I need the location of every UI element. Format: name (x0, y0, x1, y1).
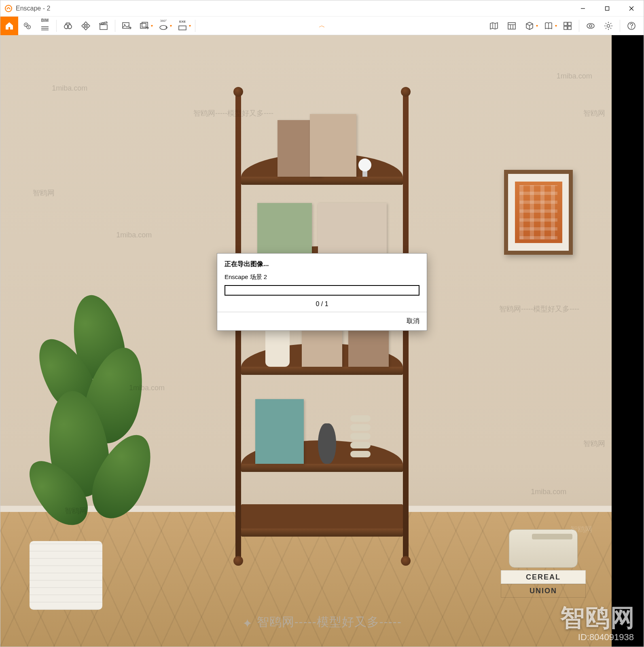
toolbar: BIM ▾ 360° ▾ (0, 17, 644, 35)
svg-rect-31 (568, 22, 571, 25)
render-viewport[interactable]: CEREAL UNION (0, 35, 644, 647)
watermark-center: ✦ 智鸥网-----模型好又多----- (242, 614, 401, 630)
svg-point-0 (5, 5, 12, 12)
watermark: 1miba.com (116, 231, 152, 239)
app-window: Enscape - 2 BIM (0, 0, 644, 647)
help-button[interactable] (623, 17, 640, 35)
watermark: 1miba.com (557, 72, 592, 80)
viewport-wrapper: CEREAL UNION (0, 35, 644, 647)
svg-rect-33 (568, 26, 571, 30)
visual-settings-button[interactable] (582, 17, 600, 35)
window-title: Enscape - 2 (16, 5, 50, 12)
view-cube-button[interactable] (77, 17, 95, 35)
bim-button[interactable]: BIM (36, 17, 54, 35)
scene-stack-book: UNION (501, 584, 586, 598)
app-icon (4, 4, 13, 13)
svg-rect-17 (123, 23, 129, 28)
svg-point-36 (607, 24, 610, 27)
watermark: 智鸥网-----模型好又多---- (499, 304, 579, 314)
scene-radio (509, 529, 578, 568)
svg-rect-2 (606, 6, 609, 10)
exe-label: EXE (179, 20, 186, 23)
scene-plant (13, 278, 151, 610)
toolbar-right: ▾ ▾ (485, 17, 644, 35)
toolbar-separator (195, 20, 195, 32)
asset-library-button[interactable] (503, 17, 521, 35)
watermark: 智鸥网 (33, 188, 55, 198)
watermark: 智鸥网 (583, 108, 605, 118)
toolbar-separator (579, 20, 579, 32)
batch-export-button[interactable] (136, 17, 153, 35)
bim-label: BIM (41, 18, 49, 23)
binoculars-button[interactable] (59, 17, 77, 35)
svg-point-8 (28, 26, 29, 27)
svg-point-21 (160, 25, 167, 30)
toolbar-separator (115, 20, 115, 32)
dialog-subtitle: Enscape 场景 2 (225, 273, 419, 281)
cube-button[interactable] (521, 17, 538, 35)
toolbar-separator (56, 20, 57, 32)
svg-rect-22 (179, 26, 186, 30)
scene-picture-frame (504, 170, 573, 255)
svg-rect-19 (140, 23, 146, 28)
pin-location-button[interactable] (18, 17, 36, 35)
viewport-letterbox-right (612, 35, 644, 647)
watermark: 智鸥网 (583, 439, 605, 448)
minimize-button[interactable] (571, 0, 595, 17)
svg-rect-14 (100, 25, 107, 30)
svg-rect-30 (564, 22, 567, 25)
window-controls (571, 0, 644, 17)
deg-label: 360° (160, 19, 167, 23)
cancel-button[interactable]: 取消 (407, 317, 419, 326)
clapboard-button[interactable] (95, 17, 112, 35)
svg-point-38 (631, 27, 632, 28)
toolbar-separator (620, 20, 620, 32)
home-button[interactable] (0, 17, 18, 35)
monitor-button[interactable] (559, 17, 576, 35)
watermark-big: 智鸥网 (560, 602, 636, 634)
svg-point-7 (25, 24, 27, 25)
svg-point-34 (587, 23, 594, 28)
dialog-title: 正在导出图像... (225, 260, 419, 269)
settings-button[interactable] (600, 17, 617, 35)
watermark: 1miba.com (52, 84, 87, 93)
toolbar-left: BIM ▾ 360° ▾ (0, 17, 198, 35)
titlebar: Enscape - 2 (0, 0, 644, 17)
export-progress-dialog: 正在导出图像... Enscape 场景 2 0 / 1 取消 (217, 253, 427, 331)
watermark-id: ID:804091938 (578, 632, 634, 643)
close-button[interactable] (619, 0, 644, 17)
scene-book-stack: CEREAL UNION (501, 529, 586, 598)
maximize-button[interactable] (595, 0, 619, 17)
panorama-360-button[interactable]: 360° (155, 17, 172, 35)
svg-rect-25 (508, 23, 515, 29)
exe-export-button[interactable]: EXE (174, 17, 191, 35)
book-button[interactable] (540, 17, 557, 35)
progress-count: 0 / 1 (225, 300, 419, 308)
map-button[interactable] (485, 17, 503, 35)
watermark: 1miba.com (531, 488, 566, 496)
scene-plant-pot (30, 541, 102, 610)
svg-rect-20 (142, 22, 148, 27)
expand-toolbar-chevron[interactable]: ︿ (319, 21, 325, 30)
scene-stack-book: CEREAL (501, 570, 586, 584)
svg-rect-32 (564, 26, 567, 30)
export-image-button[interactable] (118, 17, 136, 35)
progress-bar (225, 285, 419, 296)
svg-point-35 (589, 25, 592, 27)
